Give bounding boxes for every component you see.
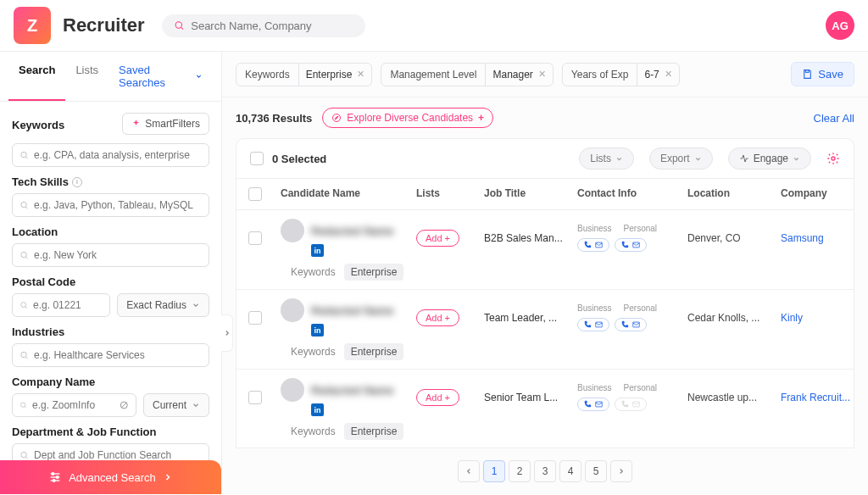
- postal-input[interactable]: [12, 293, 110, 317]
- page-button[interactable]: 4: [559, 460, 581, 482]
- business-contact-pill[interactable]: [577, 398, 609, 411]
- col-company[interactable]: Company: [774, 187, 854, 201]
- engage-dropdown[interactable]: Engage: [728, 147, 811, 170]
- job-title: Senior Team L...: [477, 392, 570, 403]
- add-to-list-button[interactable]: Add +: [416, 230, 459, 247]
- linkedin-icon[interactable]: in: [311, 324, 324, 336]
- page-next[interactable]: [610, 460, 632, 482]
- sliders-icon: [48, 470, 62, 484]
- block-icon[interactable]: [120, 399, 129, 411]
- chevron-down-icon: [615, 155, 623, 163]
- mail-icon: [632, 400, 641, 409]
- sparkle-icon: [131, 119, 141, 128]
- linkedin-icon[interactable]: in: [311, 244, 324, 257]
- page-button[interactable]: 1: [483, 460, 505, 482]
- candidate-avatar[interactable]: [281, 378, 304, 402]
- page-button[interactable]: 5: [585, 460, 607, 482]
- candidate-name[interactable]: Redacted Name: [311, 384, 394, 397]
- company-link[interactable]: Kinly: [774, 312, 854, 324]
- compass-icon: [331, 113, 342, 123]
- clear-all-link[interactable]: Clear All: [814, 112, 854, 125]
- main-content: KeywordsEnterprise ✕Management LevelMana…: [222, 52, 868, 494]
- col-contact[interactable]: Contact Info: [570, 187, 681, 201]
- location-cell: Cedar Knolls, ...: [681, 312, 774, 324]
- header-checkbox[interactable]: [248, 187, 262, 201]
- col-name[interactable]: Candidate Name: [274, 187, 409, 201]
- col-title[interactable]: Job Title: [477, 187, 570, 201]
- tab-saved-searches[interactable]: Saved Searches: [108, 52, 213, 101]
- advanced-search-button[interactable]: Advanced Search: [0, 460, 221, 494]
- linkedin-icon[interactable]: in: [311, 403, 324, 416]
- row-checkbox[interactable]: [248, 231, 262, 245]
- col-lists[interactable]: Lists: [409, 187, 477, 201]
- app-title: Recruiter: [63, 14, 145, 36]
- chip-remove[interactable]: ✕: [538, 69, 546, 80]
- pagination: 12345: [222, 448, 868, 494]
- company-scope-select[interactable]: Current: [143, 393, 209, 417]
- filter-chip: Management LevelManager ✕: [381, 63, 553, 86]
- chip-value: 6-7 ✕: [637, 64, 678, 86]
- company-input[interactable]: [12, 393, 136, 417]
- save-search-button[interactable]: Save: [791, 62, 854, 86]
- svg-line-13: [25, 407, 26, 409]
- keywords-label: Keywords: [291, 266, 336, 278]
- settings-button[interactable]: [826, 152, 840, 165]
- mail-icon: [594, 241, 604, 249]
- filter-label-postal: Postal Code: [12, 275, 209, 288]
- engage-icon: [739, 153, 749, 164]
- business-contact-pill[interactable]: [577, 318, 609, 331]
- svg-point-12: [21, 403, 25, 407]
- candidate-avatar[interactable]: [281, 298, 304, 322]
- sidebar-collapse-handle[interactable]: [221, 314, 233, 352]
- location-cell: Denver, CO: [681, 232, 774, 244]
- tab-lists[interactable]: Lists: [65, 52, 108, 101]
- keywords-input[interactable]: [12, 143, 209, 167]
- app-logo[interactable]: Z: [14, 7, 51, 44]
- keyword-chip: Enterprise: [344, 343, 404, 360]
- row-checkbox[interactable]: [248, 311, 262, 325]
- chip-label: Keywords: [236, 64, 299, 86]
- row-checkbox[interactable]: [248, 391, 262, 404]
- personal-contact-pill[interactable]: [615, 318, 647, 331]
- table-header: Candidate Name Lists Job Title Contact I…: [236, 179, 854, 210]
- radius-select[interactable]: Exact Radius: [117, 293, 209, 317]
- svg-line-9: [25, 307, 27, 309]
- filter-label-techskills: Tech Skillsi: [12, 175, 209, 188]
- company-link[interactable]: Samsung: [774, 232, 854, 244]
- chip-remove[interactable]: ✕: [357, 69, 364, 80]
- info-icon[interactable]: i: [72, 177, 82, 187]
- company-link[interactable]: Frank Recruit...: [774, 392, 854, 403]
- svg-marker-27: [335, 116, 338, 120]
- contact-business-label: Business: [577, 224, 612, 233]
- keyword-chip: Enterprise: [344, 423, 404, 440]
- svg-line-15: [122, 403, 127, 408]
- page-prev[interactable]: [458, 460, 480, 482]
- location-input[interactable]: [12, 243, 209, 267]
- filter-label-keywords: Keywords: [12, 119, 64, 131]
- smartfilters-button[interactable]: SmartFilters: [122, 113, 209, 135]
- candidate-avatar[interactable]: [281, 219, 304, 242]
- page-button[interactable]: 3: [534, 460, 556, 482]
- business-contact-pill[interactable]: [577, 238, 609, 252]
- global-search[interactable]: [162, 14, 365, 37]
- location-cell: Newcastle up...: [681, 392, 774, 403]
- personal-contact-pill[interactable]: [615, 238, 647, 252]
- techskills-input[interactable]: [12, 193, 209, 217]
- global-search-input[interactable]: [191, 19, 353, 32]
- add-to-list-button[interactable]: Add +: [416, 309, 459, 326]
- chip-remove[interactable]: ✕: [665, 69, 672, 80]
- user-avatar[interactable]: AG: [826, 11, 854, 40]
- search-icon: [19, 250, 29, 260]
- filter-chip: KeywordsEnterprise ✕: [236, 63, 372, 86]
- industries-input[interactable]: [12, 343, 209, 367]
- select-all-checkbox[interactable]: [250, 152, 264, 165]
- tab-search[interactable]: Search: [8, 52, 65, 101]
- export-dropdown[interactable]: Export: [649, 147, 713, 170]
- candidate-name[interactable]: Redacted Name: [311, 304, 394, 317]
- candidate-name[interactable]: Redacted Name: [311, 225, 394, 237]
- col-location[interactable]: Location: [681, 187, 774, 201]
- add-to-list-button[interactable]: Add +: [416, 389, 459, 406]
- page-button[interactable]: 2: [509, 460, 531, 482]
- lists-dropdown[interactable]: Lists: [579, 147, 634, 170]
- explore-diverse-button[interactable]: Explore Diverse Candidates+: [322, 108, 493, 128]
